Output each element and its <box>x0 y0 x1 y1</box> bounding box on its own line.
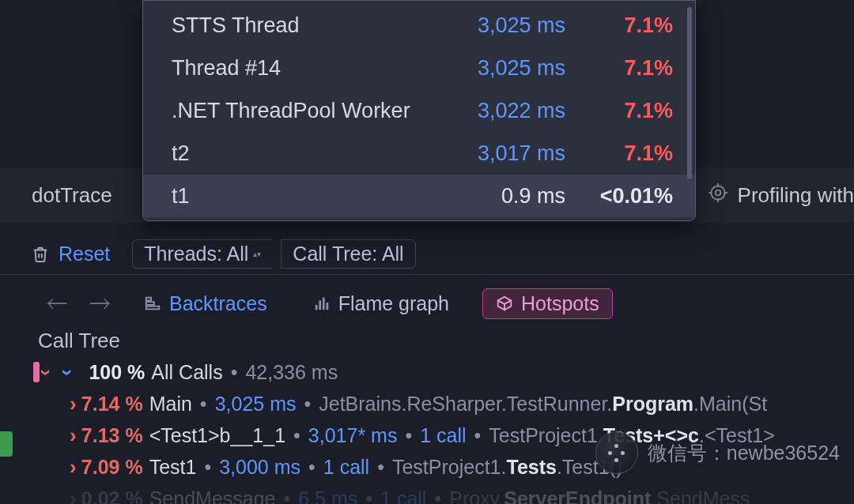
reset-button[interactable]: Reset <box>59 243 110 265</box>
dropdown-item-ms: 3,017 ms <box>452 141 578 166</box>
toolbar: Reset Threads: All ▴▾ Call Tree: All <box>0 234 854 275</box>
chevron-right-icon[interactable] <box>68 487 78 505</box>
svg-rect-8 <box>146 307 160 310</box>
view-hotspots[interactable]: Hotspots <box>482 288 613 319</box>
root-pct: 100 % <box>80 361 151 384</box>
dropdown-item-name: .NET ThreadPool Worker <box>172 99 452 123</box>
row-pct: 7.09 % <box>78 456 149 479</box>
row-tail: TestProject1.Tests.Test1() <box>392 456 622 479</box>
svg-point-1 <box>715 190 720 195</box>
row-ms: 3,000 ms <box>219 456 300 479</box>
view-flame-label: Flame graph <box>338 292 449 315</box>
row-tail: Proxy.ServerEndpoint.SendMess <box>449 487 750 505</box>
dropdown-item-name: STTS Thread <box>172 13 452 38</box>
nav-forward-icon[interactable]: 🡒 <box>89 291 111 317</box>
row-calls: 1 call <box>380 487 426 505</box>
dropdown-item-name: t1 <box>172 184 452 209</box>
dropdown-item-pct: 7.1% <box>578 99 673 123</box>
tree-row-root[interactable]: 100 % All Calls • 42,336 ms <box>0 357 854 387</box>
wechat-icon <box>595 431 638 474</box>
view-row: 🡐 🡒 Backtraces Flame graph Hotspots <box>0 281 854 325</box>
dropdown-item[interactable]: t2 3,017 ms 7.1% <box>143 132 695 175</box>
root-ms: 42,336 ms <box>245 361 338 384</box>
row-ms: 6.5 ms <box>298 487 357 505</box>
row-ms: 3,025 ms <box>215 393 297 416</box>
dropdown-item-pct: 7.1% <box>578 13 673 38</box>
root-name: All Calls <box>151 361 222 384</box>
view-backtraces-label: Backtraces <box>169 292 267 315</box>
backtraces-icon <box>144 295 161 312</box>
dot-sep: • <box>223 361 246 384</box>
row-pct: 7.13 % <box>78 424 149 447</box>
view-backtraces[interactable]: Backtraces <box>131 289 280 318</box>
target-icon <box>708 182 728 209</box>
chevron-down-icon[interactable] <box>41 360 51 385</box>
chevron-down-icon[interactable] <box>62 360 73 385</box>
row-name: SendMessage <box>149 487 276 505</box>
row-name: Test1 <box>149 456 197 479</box>
tree-row[interactable]: 0.02 % SendMessage • 6.5 ms • 1 call • P… <box>0 483 854 504</box>
calltree-filter-label: Call Tree: All <box>293 243 403 265</box>
dropdown-item-pct: 7.1% <box>578 56 673 81</box>
row-pct: 0.02 % <box>78 487 149 505</box>
nav-back-icon[interactable]: 🡐 <box>46 291 68 317</box>
watermark-label: 微信号 <box>648 442 707 464</box>
dropdown-item[interactable]: .NET ThreadPool Worker 3,022 ms 7.1% <box>143 89 695 132</box>
dropdown-item[interactable]: Thread #14 3,025 ms 7.1% <box>143 47 695 89</box>
call-tree: 100 % All Calls • 42,336 ms 7.14 % Main … <box>0 357 854 504</box>
svg-rect-11 <box>323 298 325 310</box>
trash-icon[interactable] <box>32 245 49 264</box>
chevron-right-icon[interactable] <box>68 392 78 416</box>
svg-point-0 <box>711 186 724 199</box>
svg-rect-10 <box>319 300 321 310</box>
watermark: 微信号：newbe36524 <box>595 431 840 474</box>
watermark-value: newbe36524 <box>727 442 840 464</box>
row-ms: 3,017* ms <box>308 424 398 447</box>
dropdown-item-selected[interactable]: t1 0.9 ms <0.01% <box>143 175 695 217</box>
threads-filter[interactable]: Threads: All ▴▾ <box>132 239 272 269</box>
tab-profiling-label: Profiling with <box>738 183 854 208</box>
row-calls: 1 call <box>323 456 369 479</box>
threads-filter-label: Threads: All <box>144 243 248 265</box>
dropdown-item-ms: 3,022 ms <box>452 99 578 123</box>
calltree-filter[interactable]: Call Tree: All <box>281 239 415 269</box>
flame-icon <box>313 295 331 312</box>
dropdown-item-ms: 3,025 ms <box>452 13 578 38</box>
gutter-marker <box>0 431 13 457</box>
dropdown-item-pct: <0.01% <box>578 184 673 209</box>
dropdown-item[interactable]: STTS Thread 3,025 ms 7.1% <box>143 4 695 47</box>
svg-rect-9 <box>315 305 317 310</box>
tab-dottrace[interactable]: dotTrace <box>32 183 112 208</box>
dropdown-item-ms: 0.9 ms <box>452 184 578 209</box>
svg-rect-7 <box>146 302 154 305</box>
dropdown-item-ms: 3,025 ms <box>452 56 578 81</box>
view-flame[interactable]: Flame graph <box>300 289 462 318</box>
dropdown-item-name: t2 <box>172 141 452 166</box>
dropdown-item-pct: 7.1% <box>578 141 673 166</box>
row-calls: 1 call <box>420 424 466 447</box>
tab-profiling[interactable]: Profiling with <box>708 182 854 209</box>
hotspots-icon <box>496 295 513 312</box>
row-tail: JetBrains.ReSharper.TestRunner.Program.M… <box>319 393 767 416</box>
chevron-right-icon[interactable] <box>68 455 78 480</box>
row-name: Main <box>149 393 192 416</box>
chevron-right-icon[interactable] <box>68 423 78 448</box>
row-pct: 7.14 % <box>78 393 149 416</box>
svg-rect-12 <box>326 303 328 310</box>
threads-dropdown[interactable]: STTS Thread 3,025 ms 7.1% Thread #14 3,0… <box>142 0 696 221</box>
row-name: <Test1>b__1_1 <box>149 424 285 447</box>
view-hotspots-label: Hotspots <box>521 292 599 315</box>
tree-row[interactable]: 7.14 % Main • 3,025 ms • JetBrains.ReSha… <box>0 389 854 419</box>
dropdown-item-name: Thread #14 <box>172 56 452 81</box>
sort-icon: ▴▾ <box>253 251 261 258</box>
svg-rect-6 <box>146 298 151 301</box>
calltree-header: Call Tree <box>38 329 120 353</box>
